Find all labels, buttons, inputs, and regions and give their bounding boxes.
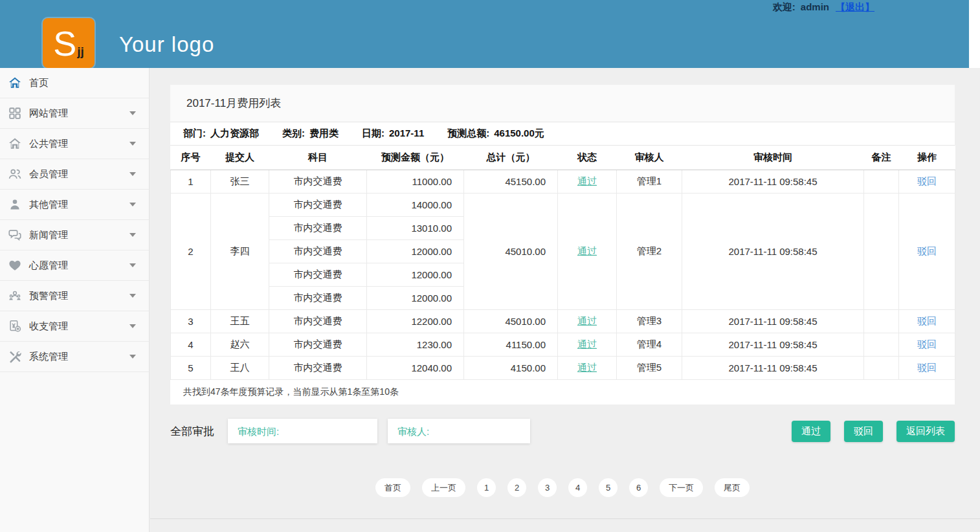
- table-row: 1张三市内交通费11000.0045150.00通过管理12017-11-11 …: [171, 170, 955, 194]
- status-cell: 通过: [558, 170, 617, 194]
- status-pass-link[interactable]: 通过: [577, 175, 597, 186]
- users-icon: [8, 167, 22, 181]
- reject-action-link[interactable]: 驳回: [917, 315, 937, 326]
- review-time-cell: 2017-11-11 09:58:45: [682, 170, 864, 194]
- reject-action-link[interactable]: 驳回: [917, 362, 937, 373]
- chevron-down-icon: [129, 324, 136, 328]
- pagination-page-1[interactable]: 1: [477, 478, 496, 497]
- pagination-page-2[interactable]: 2: [507, 478, 526, 497]
- approve-button[interactable]: 通过: [792, 421, 830, 442]
- chevron-down-icon: [129, 263, 136, 267]
- pagination-page-5[interactable]: 5: [599, 478, 618, 497]
- sidebar-item-label: 网站管理: [29, 107, 68, 120]
- info-value: 46150.00元: [494, 127, 544, 139]
- amount-cell: 11000.00: [367, 170, 464, 194]
- sidebar-item-warning-management[interactable]: 预警管理: [0, 281, 149, 311]
- status-pass-link[interactable]: 通过: [577, 315, 597, 326]
- sidebar-item-label: 预警管理: [29, 290, 68, 302]
- chevron-down-icon: [129, 203, 136, 206]
- remark-cell: [864, 333, 899, 357]
- pagination-page-3[interactable]: 3: [538, 478, 557, 497]
- reviewer-cell: 管理3: [617, 310, 682, 333]
- sidebar-item-wish-management[interactable]: 心愿管理: [0, 250, 149, 281]
- remark-cell: [864, 357, 899, 380]
- pagination-last[interactable]: 尾页: [715, 478, 750, 497]
- sidebar-item-site-management[interactable]: 网站管理: [0, 98, 149, 129]
- sidebar-item-other-management[interactable]: 其他管理: [0, 190, 149, 220]
- sidebar-item-label: 其他管理: [29, 199, 68, 211]
- info-label: 日期:: [362, 127, 384, 139]
- sidebar-item-finance-management[interactable]: 收支管理: [0, 311, 149, 342]
- column-header: 预测金额（元）: [367, 146, 464, 170]
- amount-cell: 12000.00: [367, 240, 464, 263]
- table-row: 3王五市内交通费12200.0045010.00通过管理32017-11-11 …: [171, 310, 955, 333]
- approval-bar: 全部审批 通过 驳回 返回列表: [170, 419, 955, 443]
- pagination-page-6[interactable]: 6: [629, 478, 648, 497]
- reviewer-cell: 管理4: [617, 333, 682, 357]
- info-value: 2017-11: [389, 127, 424, 139]
- review-time-input[interactable]: [228, 419, 377, 443]
- review-time-cell: 2017-11-11 09:58:45: [682, 333, 864, 357]
- pagination-page-4[interactable]: 4: [568, 478, 587, 497]
- status-cell: 通过: [558, 333, 617, 357]
- info-value: 费用类: [309, 127, 339, 139]
- subject-cell: 市内交通费: [269, 217, 367, 240]
- sidebar-item-system-management[interactable]: 系统管理: [0, 342, 149, 372]
- subject-cell: 市内交通费: [269, 170, 367, 194]
- chevron-down-icon: [129, 172, 136, 176]
- total-cell: 45010.00: [464, 194, 558, 310]
- reject-button[interactable]: 驳回: [844, 421, 883, 442]
- status-pass-link[interactable]: 通过: [577, 338, 597, 349]
- row-number-cell: 3: [171, 310, 211, 333]
- chevron-down-icon: [129, 355, 136, 359]
- sidebar-item-member-management[interactable]: 会员管理: [0, 159, 149, 190]
- reject-action-link[interactable]: 驳回: [917, 175, 937, 186]
- expense-panel: 2017-11月费用列表 部门:人力资源部类别:费用类日期:2017-11预测总…: [170, 85, 955, 405]
- summary-text: 共找到47条年度预算记录，当前显示从第1条至第10条: [170, 380, 955, 405]
- action-cell: 驳回: [899, 357, 955, 380]
- reviewer-input[interactable]: [388, 419, 530, 443]
- house-icon: [8, 137, 22, 151]
- amount-cell: 12040.00: [367, 357, 464, 380]
- sidebar-item-label: 公共管理: [29, 138, 68, 150]
- logout-link[interactable]: 【退出】: [836, 1, 874, 12]
- group-icon: [8, 289, 22, 303]
- sidebar-item-label: 首页: [29, 77, 49, 89]
- total-cell: 45010.00: [464, 310, 558, 333]
- username: admin: [801, 1, 829, 12]
- info-group: 日期:2017-11: [362, 127, 424, 140]
- submitter-cell: 王五: [211, 310, 269, 333]
- chevron-down-icon: [129, 142, 136, 146]
- home-icon: [8, 76, 22, 90]
- row-number-cell: 4: [171, 333, 211, 357]
- sidebar-item-home[interactable]: 首页: [0, 68, 149, 98]
- status-pass-link[interactable]: 通过: [577, 362, 597, 373]
- info-label: 类别:: [282, 127, 305, 139]
- column-header: 提交人: [211, 146, 269, 170]
- total-cell: 45150.00: [464, 170, 558, 194]
- action-cell: 驳回: [899, 333, 955, 357]
- reject-action-link[interactable]: 驳回: [917, 245, 937, 256]
- total-cell: 4150.00: [464, 357, 558, 380]
- chevron-down-icon: [129, 294, 136, 298]
- status-pass-link[interactable]: 通过: [577, 245, 597, 256]
- info-label: 预测总额:: [447, 127, 489, 139]
- subject-cell: 市内交通费: [269, 333, 367, 357]
- review-time-cell: 2017-11-11 09:58:45: [682, 310, 864, 333]
- subject-cell: 市内交通费: [269, 263, 367, 287]
- column-header: 序号: [171, 146, 211, 170]
- review-time-cell: 2017-11-11 09:58:45: [682, 357, 864, 380]
- back-to-list-button[interactable]: 返回列表: [896, 421, 955, 442]
- sidebar-item-label: 系统管理: [29, 351, 68, 363]
- pagination-prev[interactable]: 上一页: [422, 478, 465, 497]
- sidebar-item-news-management[interactable]: 新闻管理: [0, 220, 149, 250]
- welcome-label: 欢迎:: [773, 1, 796, 12]
- panel-title: 2017-11月费用列表: [170, 85, 955, 122]
- reject-action-link[interactable]: 驳回: [917, 338, 937, 349]
- pagination-first[interactable]: 首页: [375, 478, 410, 497]
- pagination-next[interactable]: 下一页: [660, 478, 703, 497]
- table-row: 5王八市内交通费12040.004150.00通过管理52017-11-11 0…: [171, 357, 955, 380]
- table-row: 2李四市内交通费14000.0045010.00通过管理22017-11-11 …: [171, 194, 955, 217]
- approval-buttons: 通过 驳回 返回列表: [778, 421, 955, 442]
- sidebar-item-public-management[interactable]: 公共管理: [0, 129, 149, 159]
